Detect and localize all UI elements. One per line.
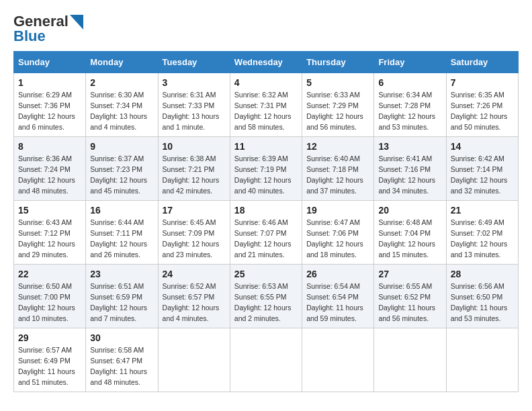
calendar-cell: 22 Sunrise: 6:50 AMSunset: 7:00 PMDaylig…	[14, 265, 86, 328]
day-info: Sunrise: 6:37 AMSunset: 7:23 PMDaylight:…	[90, 154, 153, 196]
day-number: 13	[378, 141, 441, 152]
header-wednesday: Wednesday	[230, 52, 302, 73]
calendar-cell: 28 Sunrise: 6:56 AMSunset: 6:50 PMDaylig…	[446, 265, 518, 328]
calendar-week-row: 15 Sunrise: 6:43 AMSunset: 7:12 PMDaylig…	[14, 201, 519, 265]
day-number: 14	[451, 141, 514, 152]
day-number: 1	[18, 77, 81, 88]
day-info: Sunrise: 6:33 AMSunset: 7:29 PMDaylight:…	[306, 90, 369, 132]
calendar-cell: 29 Sunrise: 6:57 AMSunset: 6:49 PMDaylig…	[14, 328, 86, 392]
day-info: Sunrise: 6:36 AMSunset: 7:24 PMDaylight:…	[18, 154, 81, 196]
day-number: 26	[306, 269, 369, 279]
header-sunday: Sunday	[14, 52, 86, 73]
day-info: Sunrise: 6:32 AMSunset: 7:31 PMDaylight:…	[234, 90, 298, 132]
calendar-cell: 7 Sunrise: 6:35 AMSunset: 7:26 PMDayligh…	[446, 73, 518, 137]
calendar-cell: 25 Sunrise: 6:53 AMSunset: 6:55 PMDaylig…	[230, 265, 302, 328]
calendar-cell: 26 Sunrise: 6:54 AMSunset: 6:54 PMDaylig…	[302, 265, 374, 328]
day-info: Sunrise: 6:51 AMSunset: 6:59 PMDaylight:…	[90, 281, 153, 324]
calendar-cell	[446, 328, 518, 392]
calendar-week-row: 29 Sunrise: 6:57 AMSunset: 6:49 PMDaylig…	[14, 328, 519, 392]
calendar-cell: 11 Sunrise: 6:39 AMSunset: 7:19 PMDaylig…	[230, 137, 302, 201]
calendar-week-row: 22 Sunrise: 6:50 AMSunset: 7:00 PMDaylig…	[14, 265, 519, 328]
day-info: Sunrise: 6:41 AMSunset: 7:16 PMDaylight:…	[378, 154, 441, 196]
calendar-cell: 5 Sunrise: 6:33 AMSunset: 7:29 PMDayligh…	[302, 73, 374, 137]
day-number: 5	[306, 77, 369, 88]
logo: General Blue	[13, 13, 83, 44]
day-number: 16	[90, 205, 153, 216]
day-info: Sunrise: 6:58 AMSunset: 6:47 PMDaylight:…	[90, 345, 153, 387]
day-number: 7	[451, 77, 514, 88]
day-number: 27	[378, 269, 441, 279]
calendar-cell	[230, 328, 302, 392]
calendar-cell: 20 Sunrise: 6:48 AMSunset: 7:04 PMDaylig…	[374, 201, 446, 265]
day-number: 12	[306, 141, 369, 152]
calendar-cell: 15 Sunrise: 6:43 AMSunset: 7:12 PMDaylig…	[14, 201, 86, 265]
calendar-cell: 21 Sunrise: 6:49 AMSunset: 7:02 PMDaylig…	[446, 201, 518, 265]
day-info: Sunrise: 6:34 AMSunset: 7:28 PMDaylight:…	[378, 90, 441, 132]
calendar-cell: 24 Sunrise: 6:52 AMSunset: 6:57 PMDaylig…	[158, 265, 230, 328]
day-number: 3	[163, 77, 226, 88]
day-number: 10	[163, 141, 226, 152]
logo-arrow-icon	[70, 15, 83, 30]
day-number: 20	[378, 205, 441, 216]
day-info: Sunrise: 6:29 AMSunset: 7:36 PMDaylight:…	[18, 90, 81, 132]
day-info: Sunrise: 6:31 AMSunset: 7:33 PMDaylight:…	[163, 90, 226, 132]
logo-blue: Blue	[13, 28, 83, 44]
calendar-cell: 30 Sunrise: 6:58 AMSunset: 6:47 PMDaylig…	[86, 328, 158, 392]
header-thursday: Thursday	[302, 52, 374, 73]
calendar-cell: 10 Sunrise: 6:38 AMSunset: 7:21 PMDaylig…	[158, 137, 230, 201]
calendar-cell: 27 Sunrise: 6:55 AMSunset: 6:52 PMDaylig…	[374, 265, 446, 328]
day-info: Sunrise: 6:52 AMSunset: 6:57 PMDaylight:…	[163, 281, 226, 324]
day-info: Sunrise: 6:57 AMSunset: 6:49 PMDaylight:…	[18, 345, 81, 387]
day-number: 19	[306, 205, 369, 216]
day-info: Sunrise: 6:43 AMSunset: 7:12 PMDaylight:…	[18, 218, 81, 260]
calendar-cell: 1 Sunrise: 6:29 AMSunset: 7:36 PMDayligh…	[14, 73, 86, 137]
calendar-cell: 14 Sunrise: 6:42 AMSunset: 7:14 PMDaylig…	[446, 137, 518, 201]
day-info: Sunrise: 6:46 AMSunset: 7:07 PMDaylight:…	[234, 218, 298, 260]
svg-marker-0	[70, 15, 83, 30]
day-info: Sunrise: 6:45 AMSunset: 7:09 PMDaylight:…	[163, 218, 226, 260]
day-number: 8	[18, 141, 81, 152]
day-info: Sunrise: 6:38 AMSunset: 7:21 PMDaylight:…	[163, 154, 226, 196]
calendar-cell: 8 Sunrise: 6:36 AMSunset: 7:24 PMDayligh…	[14, 137, 86, 201]
day-number: 21	[451, 205, 514, 216]
day-info: Sunrise: 6:47 AMSunset: 7:06 PMDaylight:…	[306, 218, 369, 260]
day-info: Sunrise: 6:42 AMSunset: 7:14 PMDaylight:…	[451, 154, 514, 196]
calendar-cell: 3 Sunrise: 6:31 AMSunset: 7:33 PMDayligh…	[158, 73, 230, 137]
header-monday: Monday	[86, 52, 158, 73]
calendar-cell: 17 Sunrise: 6:45 AMSunset: 7:09 PMDaylig…	[158, 201, 230, 265]
calendar-cell	[374, 328, 446, 392]
day-number: 9	[90, 141, 153, 152]
day-number: 30	[90, 332, 153, 343]
day-number: 24	[163, 269, 226, 279]
day-info: Sunrise: 6:50 AMSunset: 7:00 PMDaylight:…	[18, 281, 81, 324]
day-info: Sunrise: 6:30 AMSunset: 7:34 PMDaylight:…	[90, 90, 153, 132]
day-info: Sunrise: 6:40 AMSunset: 7:18 PMDaylight:…	[306, 154, 369, 196]
day-info: Sunrise: 6:49 AMSunset: 7:02 PMDaylight:…	[451, 218, 514, 260]
day-number: 25	[234, 269, 298, 279]
page-header: General Blue	[13, 13, 519, 44]
day-info: Sunrise: 6:53 AMSunset: 6:55 PMDaylight:…	[234, 281, 298, 324]
day-info: Sunrise: 6:54 AMSunset: 6:54 PMDaylight:…	[306, 281, 369, 324]
calendar-cell: 12 Sunrise: 6:40 AMSunset: 7:18 PMDaylig…	[302, 137, 374, 201]
header-tuesday: Tuesday	[158, 52, 230, 73]
day-number: 11	[234, 141, 298, 152]
calendar-cell: 13 Sunrise: 6:41 AMSunset: 7:16 PMDaylig…	[374, 137, 446, 201]
calendar-week-row: 8 Sunrise: 6:36 AMSunset: 7:24 PMDayligh…	[14, 137, 519, 201]
day-number: 22	[18, 269, 81, 279]
day-info: Sunrise: 6:44 AMSunset: 7:11 PMDaylight:…	[90, 218, 153, 260]
calendar-cell: 6 Sunrise: 6:34 AMSunset: 7:28 PMDayligh…	[374, 73, 446, 137]
day-info: Sunrise: 6:35 AMSunset: 7:26 PMDaylight:…	[451, 90, 514, 132]
calendar-table: SundayMondayTuesdayWednesdayThursdayFrid…	[13, 51, 519, 392]
calendar-cell	[158, 328, 230, 392]
header-saturday: Saturday	[446, 52, 518, 73]
day-number: 28	[451, 269, 514, 279]
day-number: 2	[90, 77, 153, 88]
day-number: 18	[234, 205, 298, 216]
logo: General Blue	[13, 13, 83, 44]
day-info: Sunrise: 6:56 AMSunset: 6:50 PMDaylight:…	[451, 281, 514, 324]
calendar-cell: 19 Sunrise: 6:47 AMSunset: 7:06 PMDaylig…	[302, 201, 374, 265]
day-number: 23	[90, 269, 153, 279]
day-info: Sunrise: 6:39 AMSunset: 7:19 PMDaylight:…	[234, 154, 298, 196]
header-friday: Friday	[374, 52, 446, 73]
day-number: 17	[163, 205, 226, 216]
